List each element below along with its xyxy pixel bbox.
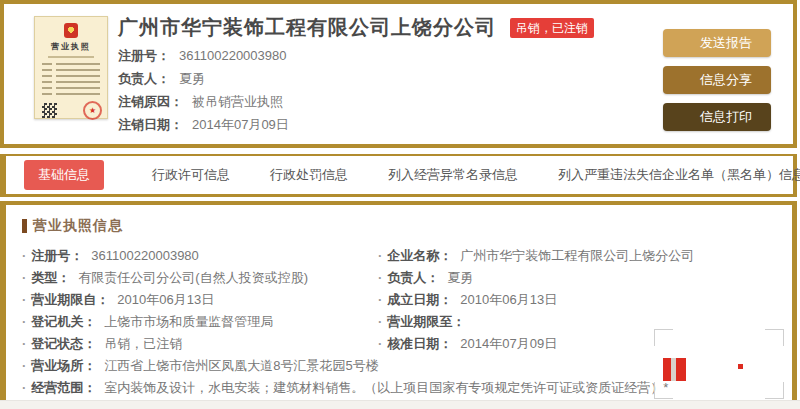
field-value: 上饶市市场和质量监督管理局: [104, 314, 273, 329]
field-value: 有限责任公司分公司(自然人投资或控股): [78, 270, 308, 285]
frame-corner-icon: [654, 329, 673, 346]
field-label: 成立日期：: [387, 292, 452, 307]
send-report-button[interactable]: 发送报告: [663, 29, 771, 57]
tab-admin-license-info[interactable]: 行政许可信息: [152, 166, 230, 184]
field-bullet: ·: [378, 270, 382, 285]
field-value: 被吊销营业执照: [192, 94, 283, 109]
field-value: 夏勇: [179, 71, 205, 86]
field-label: 核准日期：: [387, 336, 452, 351]
field-label: 负责人：: [118, 71, 170, 86]
header-field-cancel-reason: 注销原因：被吊销营业执照: [118, 94, 594, 110]
field-registry-status: ·登记状态：吊销，已注销: [22, 333, 378, 355]
frame-corner-icon: [765, 382, 784, 399]
section-bullet-icon: [22, 219, 27, 233]
field-label: 营业场所：: [31, 358, 96, 373]
company-header-panel: 营业执照 广州市华宁装饰工程有限公司上饶分公司 吊销，已注销 注册号：36110…: [0, 0, 797, 148]
field-bullet: ·: [22, 314, 26, 329]
field-bullet: ·: [378, 248, 382, 263]
field-value: 361100220003980: [179, 48, 287, 63]
field-label: 注册号：: [118, 48, 170, 63]
field-business-scope: ·经营范围：室内装饰及设计，水电安装；建筑材料销售。（以上项目国家有专项规定凭许…: [22, 377, 378, 399]
field-bullet: ·: [378, 336, 382, 351]
field-term-from: ·营业期限自：2010年06月13日: [22, 289, 378, 311]
field-label: 类型：: [31, 270, 70, 285]
field-bullet: ·: [22, 336, 26, 351]
field-label: 负责人：: [387, 270, 439, 285]
header-field-person: 负责人：夏勇: [118, 71, 594, 87]
field-value: 江西省上饶市信州区凤凰大道8号汇景花园5号楼: [104, 358, 378, 373]
field-value: 吊销，已注销: [104, 336, 182, 351]
field-value: 夏勇: [447, 270, 473, 285]
field-bullet: ·: [22, 380, 26, 395]
field-bullet: ·: [22, 270, 26, 285]
field-label: 企业名称：: [387, 248, 452, 263]
field-reg-no: ·注册号：361100220003980: [22, 245, 378, 267]
field-value: 广州市华宁装饰工程有限公司上饶分公司: [460, 248, 694, 263]
field-label: 注册号：: [31, 248, 83, 263]
field-bullet: ·: [22, 248, 26, 263]
business-license-thumbnail[interactable]: 营业执照: [34, 16, 108, 119]
info-tab-bar: 基础信息 行政许可信息 行政处罚信息 列入经营异常名录信息 列入严重违法失信企业…: [0, 154, 797, 197]
business-license-info-panel: 营业执照信息 ·注册号：361100220003980 ·类型：有限责任公司分公…: [0, 201, 797, 400]
field-company-name: ·企业名称：广州市华宁装饰工程有限公司上饶分公司: [378, 245, 792, 267]
share-info-button[interactable]: 信息分享: [663, 66, 771, 94]
frame-corner-icon: [654, 382, 673, 399]
qr-code-icon: [42, 103, 57, 118]
red-seal-icon: [83, 101, 102, 120]
frame-corner-icon: [765, 329, 784, 346]
stamp-red-bar: [676, 358, 686, 381]
tab-admin-penalty-info[interactable]: 行政处罚信息: [270, 166, 348, 184]
company-name: 广州市华宁装饰工程有限公司上饶分公司: [118, 14, 496, 41]
section-title: 营业执照信息: [33, 217, 123, 235]
field-person-in-charge: ·负责人：夏勇: [378, 267, 792, 289]
stamp-red-dot: [738, 364, 743, 369]
field-value: 2010年06月13日: [117, 292, 214, 307]
field-business-address: ·营业场所：江西省上饶市信州区凤凰大道8号汇景花园5号楼: [22, 355, 378, 377]
field-label: 登记状态：: [31, 336, 96, 351]
field-label: 营业期限至：: [387, 314, 465, 329]
status-badge: 吊销，已注销: [510, 18, 594, 38]
company-summary: 广州市华宁装饰工程有限公司上饶分公司 吊销，已注销 注册号：3611002200…: [118, 14, 594, 133]
license-thumb-title: 营业执照: [35, 41, 107, 52]
field-label: 经营范围：: [31, 380, 96, 395]
stamp-red-bar: [663, 358, 671, 381]
field-bullet: ·: [378, 292, 382, 307]
print-info-button[interactable]: 信息打印: [663, 103, 771, 131]
field-value: 361100220003980: [91, 248, 199, 263]
fields-left-column: ·注册号：361100220003980 ·类型：有限责任公司分公司(自然人投资…: [22, 245, 378, 399]
verification-stamp-placeholder: [654, 329, 784, 399]
license-thumb-subline: [48, 56, 94, 58]
license-thumb-textlines: [42, 63, 100, 97]
field-value: 2014年07月09日: [192, 117, 289, 132]
field-bullet: ·: [378, 314, 382, 329]
page-bottom-strip: [0, 400, 800, 409]
header-field-reg-no: 注册号：361100220003980: [118, 48, 594, 64]
tab-abnormal-operation-list[interactable]: 列入经营异常名录信息: [388, 166, 518, 184]
header-action-buttons: 发送报告 信息分享 信息打印: [663, 29, 771, 140]
header-field-cancel-date: 注销日期：2014年07月09日: [118, 117, 594, 133]
field-company-type: ·类型：有限责任公司分公司(自然人投资或控股): [22, 267, 378, 289]
field-label: 注销原因：: [118, 94, 183, 109]
field-establish-date: ·成立日期：2010年06月13日: [378, 289, 792, 311]
tab-basic-info[interactable]: 基础信息: [24, 160, 104, 190]
field-bullet: ·: [22, 358, 26, 373]
field-value: 2014年07月09日: [460, 336, 557, 351]
national-emblem-icon: [64, 23, 78, 38]
tab-serious-violation-blacklist[interactable]: 列入严重违法失信企业名单（黑名单）信息: [558, 166, 800, 184]
section-header: 营业执照信息: [22, 217, 792, 235]
field-label: 营业期限自：: [31, 292, 109, 307]
field-registry-authority: ·登记机关：上饶市市场和质量监督管理局: [22, 311, 378, 333]
license-thumb-footer: [42, 100, 100, 119]
field-bullet: ·: [22, 292, 26, 307]
field-label: 登记机关：: [31, 314, 96, 329]
field-value: 2010年06月13日: [460, 292, 557, 307]
field-label: 注销日期：: [118, 117, 183, 132]
